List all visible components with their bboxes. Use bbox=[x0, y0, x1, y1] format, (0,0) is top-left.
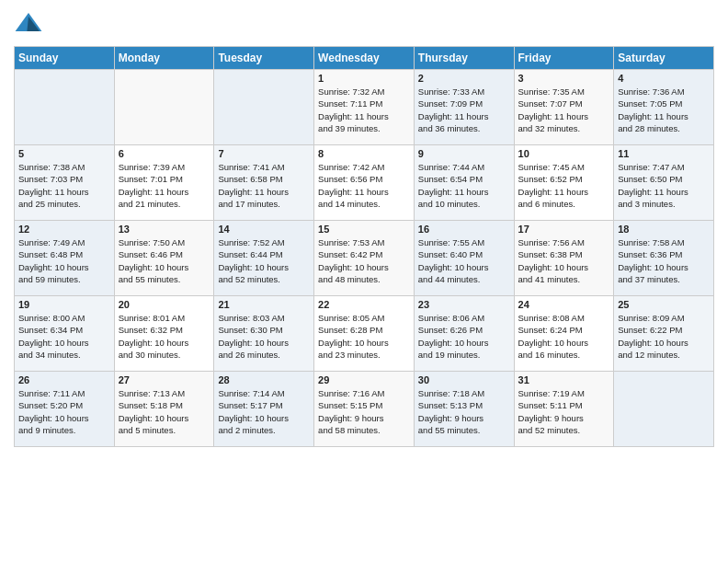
calendar-week-4: 19Sunrise: 8:00 AM Sunset: 6:34 PM Dayli… bbox=[15, 296, 714, 372]
day-number: 26 bbox=[18, 374, 110, 385]
calendar-cell: 18Sunrise: 7:58 AM Sunset: 6:36 PM Dayli… bbox=[614, 221, 714, 296]
day-info: Sunrise: 8:05 AM Sunset: 6:28 PM Dayligh… bbox=[318, 312, 410, 361]
calendar-cell: 3Sunrise: 7:35 AM Sunset: 7:07 PM Daylig… bbox=[514, 70, 614, 145]
calendar-cell: 8Sunrise: 7:42 AM Sunset: 6:56 PM Daylig… bbox=[314, 145, 415, 221]
day-info: Sunrise: 7:56 AM Sunset: 6:38 PM Dayligh… bbox=[518, 236, 610, 285]
day-number: 8 bbox=[318, 148, 410, 159]
calendar-cell bbox=[614, 372, 714, 447]
day-number: 12 bbox=[18, 224, 110, 235]
col-header-tuesday: Tuesday bbox=[214, 47, 314, 70]
day-number: 25 bbox=[618, 299, 710, 310]
calendar-week-5: 26Sunrise: 7:11 AM Sunset: 5:20 PM Dayli… bbox=[15, 372, 714, 447]
day-info: Sunrise: 8:08 AM Sunset: 6:24 PM Dayligh… bbox=[518, 312, 610, 361]
day-number: 21 bbox=[218, 299, 310, 310]
calendar-table: SundayMondayTuesdayWednesdayThursdayFrid… bbox=[14, 46, 714, 447]
day-info: Sunrise: 8:01 AM Sunset: 6:32 PM Dayligh… bbox=[119, 312, 210, 361]
day-number: 4 bbox=[618, 73, 710, 84]
day-number: 1 bbox=[318, 73, 410, 84]
day-info: Sunrise: 7:33 AM Sunset: 7:09 PM Dayligh… bbox=[418, 86, 510, 134]
calendar-cell: 28Sunrise: 7:14 AM Sunset: 5:17 PM Dayli… bbox=[214, 372, 314, 447]
day-number: 31 bbox=[518, 374, 610, 385]
calendar-cell: 9Sunrise: 7:44 AM Sunset: 6:54 PM Daylig… bbox=[414, 145, 514, 221]
calendar-cell: 12Sunrise: 7:49 AM Sunset: 6:48 PM Dayli… bbox=[15, 221, 115, 296]
day-number: 7 bbox=[218, 148, 310, 159]
day-info: Sunrise: 7:14 AM Sunset: 5:17 PM Dayligh… bbox=[218, 387, 310, 436]
calendar-cell: 23Sunrise: 8:06 AM Sunset: 6:26 PM Dayli… bbox=[414, 296, 514, 372]
day-number: 10 bbox=[518, 148, 610, 159]
day-info: Sunrise: 7:38 AM Sunset: 7:03 PM Dayligh… bbox=[18, 161, 110, 210]
day-number: 29 bbox=[318, 374, 410, 385]
day-info: Sunrise: 8:00 AM Sunset: 6:34 PM Dayligh… bbox=[18, 312, 110, 361]
calendar-cell: 26Sunrise: 7:11 AM Sunset: 5:20 PM Dayli… bbox=[15, 372, 115, 447]
day-info: Sunrise: 7:32 AM Sunset: 7:11 PM Dayligh… bbox=[318, 86, 410, 134]
calendar-week-3: 12Sunrise: 7:49 AM Sunset: 6:48 PM Dayli… bbox=[15, 221, 714, 296]
calendar-cell: 2Sunrise: 7:33 AM Sunset: 7:09 PM Daylig… bbox=[414, 70, 514, 145]
day-info: Sunrise: 7:45 AM Sunset: 6:52 PM Dayligh… bbox=[518, 161, 610, 210]
calendar-cell: 22Sunrise: 8:05 AM Sunset: 6:28 PM Dayli… bbox=[314, 296, 415, 372]
calendar-cell: 30Sunrise: 7:18 AM Sunset: 5:13 PM Dayli… bbox=[414, 372, 514, 447]
day-number: 5 bbox=[18, 148, 110, 159]
calendar-cell: 4Sunrise: 7:36 AM Sunset: 7:05 PM Daylig… bbox=[614, 70, 714, 145]
day-info: Sunrise: 7:18 AM Sunset: 5:13 PM Dayligh… bbox=[418, 387, 510, 436]
day-number: 6 bbox=[119, 148, 210, 159]
day-info: Sunrise: 7:55 AM Sunset: 6:40 PM Dayligh… bbox=[418, 236, 510, 285]
calendar-header-row: SundayMondayTuesdayWednesdayThursdayFrid… bbox=[15, 47, 714, 70]
day-info: Sunrise: 8:03 AM Sunset: 6:30 PM Dayligh… bbox=[218, 312, 310, 361]
day-info: Sunrise: 7:52 AM Sunset: 6:44 PM Dayligh… bbox=[218, 236, 310, 285]
day-number: 15 bbox=[318, 224, 410, 235]
day-info: Sunrise: 7:44 AM Sunset: 6:54 PM Dayligh… bbox=[418, 161, 510, 210]
day-number: 18 bbox=[618, 224, 710, 235]
day-info: Sunrise: 7:36 AM Sunset: 7:05 PM Dayligh… bbox=[618, 86, 710, 134]
calendar-cell: 16Sunrise: 7:55 AM Sunset: 6:40 PM Dayli… bbox=[414, 221, 514, 296]
calendar-cell: 29Sunrise: 7:16 AM Sunset: 5:15 PM Dayli… bbox=[314, 372, 415, 447]
day-number: 27 bbox=[119, 374, 210, 385]
col-header-friday: Friday bbox=[514, 47, 614, 70]
day-info: Sunrise: 8:06 AM Sunset: 6:26 PM Dayligh… bbox=[418, 312, 510, 361]
day-number: 24 bbox=[518, 299, 610, 310]
day-info: Sunrise: 7:13 AM Sunset: 5:18 PM Dayligh… bbox=[119, 387, 210, 436]
day-number: 17 bbox=[518, 224, 610, 235]
logo bbox=[14, 9, 45, 39]
day-number: 20 bbox=[119, 299, 210, 310]
day-info: Sunrise: 7:11 AM Sunset: 5:20 PM Dayligh… bbox=[18, 387, 110, 436]
calendar-cell: 21Sunrise: 8:03 AM Sunset: 6:30 PM Dayli… bbox=[214, 296, 314, 372]
calendar-cell: 11Sunrise: 7:47 AM Sunset: 6:50 PM Dayli… bbox=[614, 145, 714, 221]
header bbox=[14, 9, 714, 39]
day-info: Sunrise: 7:19 AM Sunset: 5:11 PM Dayligh… bbox=[518, 387, 610, 436]
day-number: 16 bbox=[418, 224, 510, 235]
calendar-cell: 6Sunrise: 7:39 AM Sunset: 7:01 PM Daylig… bbox=[114, 145, 214, 221]
calendar-cell: 15Sunrise: 7:53 AM Sunset: 6:42 PM Dayli… bbox=[314, 221, 415, 296]
calendar-cell bbox=[15, 70, 115, 145]
calendar-cell: 17Sunrise: 7:56 AM Sunset: 6:38 PM Dayli… bbox=[514, 221, 614, 296]
col-header-sunday: Sunday bbox=[15, 47, 115, 70]
day-number: 19 bbox=[18, 299, 110, 310]
day-info: Sunrise: 7:47 AM Sunset: 6:50 PM Dayligh… bbox=[618, 161, 710, 210]
calendar-cell: 31Sunrise: 7:19 AM Sunset: 5:11 PM Dayli… bbox=[514, 372, 614, 447]
page-container: SundayMondayTuesdayWednesdayThursdayFrid… bbox=[0, 0, 728, 456]
day-info: Sunrise: 7:49 AM Sunset: 6:48 PM Dayligh… bbox=[18, 236, 110, 285]
calendar-cell: 14Sunrise: 7:52 AM Sunset: 6:44 PM Dayli… bbox=[214, 221, 314, 296]
day-info: Sunrise: 7:41 AM Sunset: 6:58 PM Dayligh… bbox=[218, 161, 310, 210]
svg-marker-1 bbox=[27, 17, 40, 31]
calendar-cell: 27Sunrise: 7:13 AM Sunset: 5:18 PM Dayli… bbox=[114, 372, 214, 447]
day-info: Sunrise: 8:09 AM Sunset: 6:22 PM Dayligh… bbox=[618, 312, 710, 361]
day-number: 22 bbox=[318, 299, 410, 310]
day-info: Sunrise: 7:35 AM Sunset: 7:07 PM Dayligh… bbox=[518, 86, 610, 134]
day-number: 13 bbox=[119, 224, 210, 235]
day-info: Sunrise: 7:50 AM Sunset: 6:46 PM Dayligh… bbox=[119, 236, 210, 285]
calendar-week-1: 1Sunrise: 7:32 AM Sunset: 7:11 PM Daylig… bbox=[15, 70, 714, 145]
day-number: 9 bbox=[418, 148, 510, 159]
day-number: 28 bbox=[218, 374, 310, 385]
day-number: 2 bbox=[418, 73, 510, 84]
calendar-cell bbox=[214, 70, 314, 145]
calendar-cell: 20Sunrise: 8:01 AM Sunset: 6:32 PM Dayli… bbox=[114, 296, 214, 372]
day-number: 14 bbox=[218, 224, 310, 235]
calendar-week-2: 5Sunrise: 7:38 AM Sunset: 7:03 PM Daylig… bbox=[15, 145, 714, 221]
day-number: 30 bbox=[418, 374, 510, 385]
day-number: 11 bbox=[618, 148, 710, 159]
calendar-cell: 25Sunrise: 8:09 AM Sunset: 6:22 PM Dayli… bbox=[614, 296, 714, 372]
day-number: 3 bbox=[518, 73, 610, 84]
col-header-wednesday: Wednesday bbox=[314, 47, 415, 70]
day-info: Sunrise: 7:42 AM Sunset: 6:56 PM Dayligh… bbox=[318, 161, 410, 210]
calendar-cell bbox=[114, 70, 214, 145]
